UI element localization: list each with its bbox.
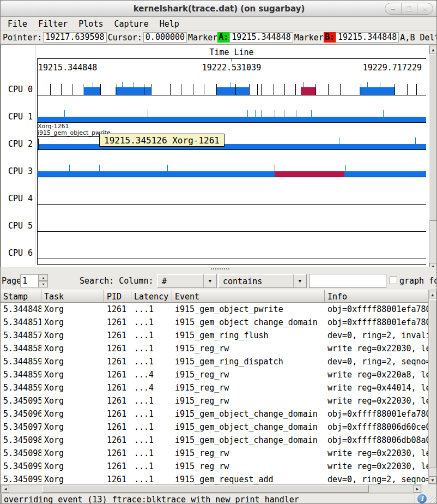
menu-filter[interactable]: Filter (34, 18, 71, 30)
table-row[interactable]: 5.344848Xorg1261...1i915_gem_object_pwri… (1, 303, 429, 316)
event-tick[interactable] (93, 82, 93, 87)
event-tick[interactable] (261, 84, 262, 95)
marker-a-badge[interactable]: A: (217, 32, 229, 43)
event-tick[interactable] (83, 84, 83, 95)
table-row[interactable]: 5.345098Xorg1261...1i915_reg_rwwrite reg… (1, 447, 429, 460)
event-tick[interactable] (230, 82, 230, 87)
event-tick[interactable] (383, 110, 384, 117)
event-tick[interactable] (117, 84, 117, 95)
event-tick[interactable] (275, 110, 275, 117)
scroll-down-icon[interactable]: ▼ (429, 476, 436, 484)
graph-list-splitter[interactable] (1, 267, 437, 272)
event-tick[interactable] (148, 110, 148, 117)
graph-scrollbar-thumb[interactable] (429, 55, 437, 221)
event-tick[interactable] (274, 84, 274, 95)
header-event[interactable]: Event (172, 290, 325, 303)
event-tick[interactable] (144, 84, 144, 95)
event-tick[interactable] (99, 165, 100, 171)
event-tick[interactable] (151, 84, 151, 95)
header-latency[interactable]: Latency (131, 290, 172, 303)
menu-file[interactable]: File (4, 18, 31, 30)
scroll-left-icon[interactable]: ◀ (2, 485, 9, 493)
event-tick[interactable] (122, 82, 123, 87)
menu-help[interactable]: Help (156, 18, 183, 30)
event-tick[interactable] (275, 165, 275, 171)
event-tick[interactable] (361, 84, 361, 95)
table-row[interactable]: 5.345099Xorg1261...1i915_gem_request_add… (1, 473, 429, 484)
event-tick[interactable] (340, 84, 341, 95)
event-tick[interactable] (216, 84, 217, 95)
event-tick[interactable] (181, 84, 181, 95)
event-tick[interactable] (284, 84, 285, 95)
event-tick[interactable] (328, 84, 329, 95)
table-row[interactable]: 5.345099Xorg1261...1i915_reg_rwwrite reg… (1, 460, 429, 473)
chevron-down-icon[interactable]: ▼ (293, 274, 306, 287)
menu-capture[interactable]: Capture (110, 18, 152, 30)
event-tick[interactable] (50, 84, 51, 95)
event-tick[interactable] (367, 82, 368, 87)
event-tick[interactable] (295, 84, 296, 95)
event-tick[interactable] (315, 84, 316, 95)
event-tick[interactable] (339, 137, 339, 144)
table-row[interactable]: 5.344859Xorg1261...1i915_gem_ring_dispat… (1, 355, 429, 368)
event-tick[interactable] (345, 165, 346, 171)
hscrollbar-thumb[interactable] (42, 485, 369, 493)
event-tick[interactable] (407, 84, 408, 95)
task-bar[interactable] (301, 87, 315, 95)
chevron-down-icon[interactable]: ▼ (203, 274, 216, 287)
table-scrollbar-thumb[interactable] (429, 299, 436, 467)
event-tick[interactable] (261, 110, 262, 117)
task-bar[interactable] (37, 117, 426, 122)
table-row[interactable]: 5.344859Xorg1261...4i915_reg_rwwrite reg… (1, 368, 429, 381)
task-bar[interactable] (116, 87, 151, 95)
table-row[interactable]: 5.344858Xorg1261...1i915_reg_rwwrite reg… (1, 342, 429, 355)
table-row[interactable]: 5.345097Xorg1261...1i915_gem_object_chan… (1, 421, 429, 434)
event-tick[interactable] (304, 82, 304, 87)
match-select[interactable]: contains ▼ (218, 274, 307, 288)
event-tick[interactable] (193, 84, 193, 95)
splitter-handle-icon[interactable] (211, 268, 229, 271)
table-vertical-scrollbar[interactable]: ▲ ▼ (428, 290, 437, 484)
event-tick[interactable] (415, 137, 416, 144)
event-tick[interactable] (257, 84, 258, 95)
marker-b-badge[interactable]: B: (324, 32, 336, 43)
spinner-down-icon[interactable]: ▼ (39, 281, 48, 287)
close-icon[interactable]: ✕ (417, 3, 433, 15)
column-select[interactable]: # ▼ (157, 274, 217, 288)
table-row[interactable]: 5.344851Xorg1261...1i915_gem_object_chan… (1, 316, 429, 329)
event-tick[interactable] (170, 84, 171, 95)
spinner-up-icon[interactable]: ▲ (39, 274, 48, 281)
event-tick[interactable] (380, 82, 380, 87)
event-tick[interactable] (255, 110, 256, 117)
table-horizontal-scrollbar[interactable]: ◀ ▶ (1, 484, 422, 493)
header-stamp[interactable]: Stamp (1, 290, 41, 303)
info-icon[interactable]: i (417, 494, 427, 503)
page-spinner-input[interactable]: 1 (20, 274, 39, 287)
scroll-up-icon[interactable]: ▲ (429, 291, 436, 298)
event-tick[interactable] (235, 84, 236, 95)
table-row[interactable]: 5.345095Xorg1261...1i915_reg_rwwrite reg… (1, 394, 429, 407)
event-tick[interactable] (61, 84, 62, 95)
header-pid[interactable]: PID (104, 290, 131, 303)
event-tick[interactable] (64, 110, 65, 117)
event-tick[interactable] (416, 84, 417, 95)
event-tick[interactable] (284, 110, 284, 117)
search-input[interactable] (309, 274, 386, 288)
resize-grip[interactable] (428, 495, 437, 503)
event-tick[interactable] (311, 110, 312, 117)
menu-plots[interactable]: Plots (75, 18, 107, 30)
event-tick[interactable] (247, 110, 248, 117)
event-tick[interactable] (133, 82, 133, 87)
scroll-right-icon[interactable]: ▶ (414, 485, 421, 493)
table-row[interactable]: 5.345096Xorg1261...1i915_gem_object_chan… (1, 407, 429, 421)
scroll-up-icon[interactable]: ▲ (429, 46, 437, 53)
table-row[interactable]: 5.344857Xorg1261...1i915_gem_ring_flushd… (1, 329, 429, 342)
minimize-icon[interactable]: ‒ (385, 3, 401, 15)
event-tick[interactable] (38, 139, 39, 149)
graph-vertical-scrollbar[interactable]: ▲ ▼ (429, 45, 437, 271)
task-bar[interactable] (216, 87, 249, 95)
event-tick[interactable] (204, 84, 204, 95)
maximize-icon[interactable]: ❒ (401, 3, 417, 15)
event-tick[interactable] (167, 165, 168, 171)
event-tick[interactable] (100, 84, 101, 95)
